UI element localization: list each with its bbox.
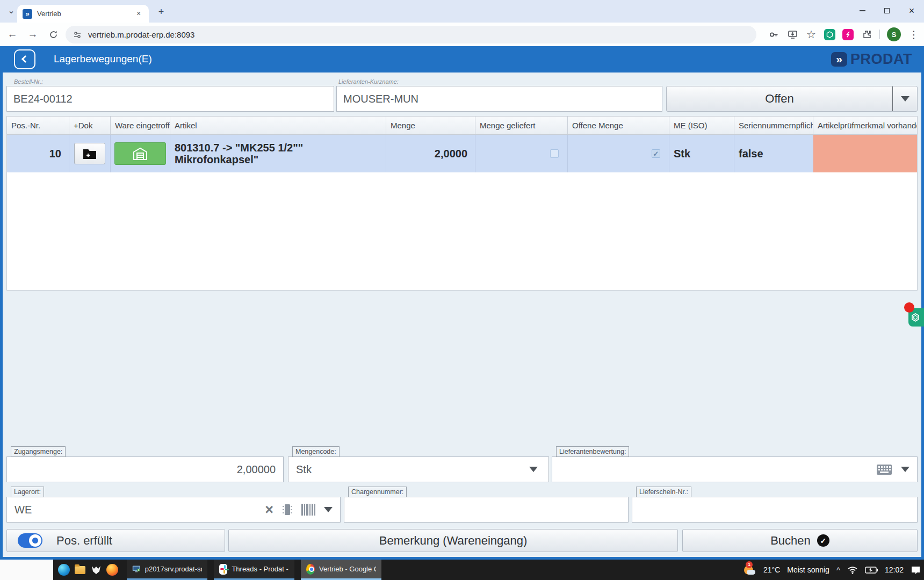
lieferschein-nr-label: Lieferschein-Nr.: bbox=[636, 487, 691, 497]
window-minimize-button[interactable] bbox=[850, 0, 875, 21]
taskbar-button-rdp[interactable]: p2017srv.prodat-sql.d... bbox=[127, 560, 207, 580]
buchen-button[interactable]: Buchen ✓ bbox=[682, 529, 918, 552]
pos-erfuellt-toggle[interactable] bbox=[18, 533, 42, 548]
weather-badge: 1 bbox=[746, 561, 753, 568]
lagerort-label: Lagerort: bbox=[11, 487, 44, 497]
browser-tab-vertrieb[interactable]: » Vertrieb × bbox=[17, 5, 149, 23]
chevron-down-icon[interactable] bbox=[324, 507, 333, 512]
app-header: Lagerbewegungen(E) » PRODAT bbox=[0, 46, 924, 73]
firefox-icon[interactable] bbox=[104, 560, 120, 580]
browser-menu-icon[interactable]: ⋮ bbox=[908, 28, 920, 40]
chargennummer-input[interactable] bbox=[344, 497, 629, 523]
extensions-puzzle-icon[interactable] bbox=[861, 28, 872, 40]
weather-temp[interactable]: 21°C bbox=[763, 566, 780, 574]
status-dropdown[interactable]: Offen bbox=[666, 86, 918, 112]
col-menge-geliefert[interactable]: Menge geliefert bbox=[475, 117, 568, 134]
col-seriennummernpflicht[interactable]: Seriennummernpflicht bbox=[734, 117, 813, 134]
col-ware-eingetroffen[interactable]: Ware eingetroffer bbox=[111, 117, 170, 134]
add-document-button[interactable] bbox=[74, 143, 105, 164]
bookmark-star-icon[interactable]: ☆ bbox=[805, 28, 817, 40]
table-row[interactable]: 10 bbox=[7, 135, 917, 172]
col-artikelpruefmerkmal[interactable]: Artikelprüfmerkmal vorhanden bbox=[813, 117, 917, 134]
back-icon[interactable]: ← bbox=[4, 26, 20, 42]
zugangsmenge-input[interactable]: 2,00000 bbox=[6, 456, 284, 482]
buchen-label: Buchen bbox=[770, 534, 811, 548]
site-settings-icon[interactable] bbox=[73, 31, 82, 39]
new-tab-button[interactable]: + bbox=[155, 5, 168, 18]
taskbar-button-chrome-active[interactable]: Vertrieb - Google Chr... bbox=[301, 560, 381, 580]
ware-eingetroffen-button[interactable] bbox=[114, 142, 166, 165]
col-artikel[interactable]: Artikel bbox=[170, 117, 386, 134]
windows-taskbar: p2017srv.prodat-sql.d... Threads - Proda… bbox=[0, 560, 924, 580]
clock[interactable]: 12:02 bbox=[885, 566, 904, 574]
url-bar[interactable]: vertrieb.m.prodat-erp.de:8093 bbox=[66, 26, 756, 44]
taskbar-button-slack[interactable]: Threads - Prodat - Sla... bbox=[214, 560, 294, 580]
cell-artikelpruefmerkmal bbox=[813, 135, 917, 172]
lieferant-label: Lieferanten-Kurzname: bbox=[338, 78, 399, 85]
weather-desc[interactable]: Meist sonnig bbox=[787, 566, 829, 574]
window-maximize-button[interactable] bbox=[875, 0, 899, 21]
frame-left bbox=[0, 73, 3, 560]
lieferschein-nr-input[interactable] bbox=[632, 497, 918, 523]
mengencode-label: Mengencode: bbox=[292, 446, 340, 457]
check-circle-icon: ✓ bbox=[817, 534, 829, 547]
col-me-iso[interactable]: ME (ISO) bbox=[669, 117, 734, 134]
clear-icon[interactable]: × bbox=[265, 504, 273, 515]
prodat-favicon-icon: » bbox=[23, 9, 32, 19]
chevron-down-icon[interactable] bbox=[529, 467, 538, 472]
lagerort-value: WE bbox=[15, 504, 32, 516]
slack-icon bbox=[219, 564, 227, 575]
folder-plus-icon bbox=[83, 148, 97, 160]
notification-dot bbox=[904, 302, 914, 313]
lieferantenbewertung-input[interactable] bbox=[552, 456, 918, 482]
cell-me-iso: Stk bbox=[669, 135, 734, 172]
table-header-row: Pos.-Nr. +Dok Ware eingetroffer Artikel … bbox=[7, 117, 917, 135]
battery-icon[interactable] bbox=[865, 567, 878, 574]
bemerkung-button[interactable]: Bemerkung (Wareneingang) bbox=[228, 529, 678, 552]
offene-menge-checkbox[interactable]: ✓ bbox=[652, 149, 660, 158]
window-close-button[interactable]: × bbox=[899, 0, 924, 21]
profile-avatar[interactable]: S bbox=[887, 27, 901, 41]
action-center-icon[interactable] bbox=[911, 566, 921, 575]
wifi-icon[interactable] bbox=[847, 566, 858, 574]
url-text: vertrieb.m.prodat-erp.de:8093 bbox=[88, 30, 194, 39]
bestell-nr-input[interactable]: BE24-00112 bbox=[6, 86, 334, 112]
col-menge[interactable]: Menge bbox=[386, 117, 475, 134]
extension-green-icon[interactable] bbox=[824, 29, 835, 40]
col-offene-menge[interactable]: Offene Menge bbox=[568, 117, 669, 134]
edge-icon[interactable] bbox=[56, 560, 72, 580]
mengencode-dropdown[interactable]: Stk bbox=[288, 456, 549, 482]
col-dok[interactable]: +Dok bbox=[69, 117, 111, 134]
prodat-logo-icon: » bbox=[831, 52, 847, 67]
hexagon-icon bbox=[911, 313, 920, 322]
cell-pos-nr: 10 bbox=[7, 135, 69, 172]
menge-geliefert-checkbox[interactable] bbox=[550, 149, 559, 158]
lagerort-input[interactable]: WE × bbox=[6, 497, 341, 523]
barcode-icon[interactable] bbox=[301, 504, 315, 516]
tab-close-icon[interactable]: × bbox=[134, 9, 143, 19]
reload-icon[interactable] bbox=[45, 26, 61, 42]
keyboard-icon[interactable] bbox=[876, 464, 892, 475]
install-app-icon[interactable] bbox=[786, 28, 798, 40]
extension-pink-icon[interactable] bbox=[842, 29, 854, 40]
lieferant-value: MOUSER-MUN bbox=[343, 93, 418, 105]
password-key-icon[interactable] bbox=[768, 28, 779, 40]
warehouse-icon bbox=[132, 147, 148, 161]
file-explorer-icon[interactable] bbox=[72, 560, 88, 580]
lieferant-input[interactable]: MOUSER-MUN bbox=[336, 86, 662, 112]
col-pos-nr[interactable]: Pos.-Nr. bbox=[7, 117, 69, 134]
chip-icon[interactable] bbox=[282, 503, 293, 517]
positions-table: Pos.-Nr. +Dok Ware eingetroffer Artikel … bbox=[6, 116, 918, 291]
cell-menge-geliefert bbox=[475, 135, 568, 172]
chevron-down-icon[interactable] bbox=[901, 467, 909, 472]
forward-icon[interactable]: → bbox=[25, 26, 41, 42]
tray-expand-icon[interactable]: ^ bbox=[836, 566, 840, 575]
weather-icon[interactable]: 1 bbox=[742, 563, 756, 576]
tab-search-chevron-icon[interactable]: ⌄ bbox=[5, 5, 17, 17]
status-dropdown-arrow[interactable] bbox=[892, 86, 917, 111]
chevron-down-icon bbox=[901, 96, 909, 102]
bestell-nr-label: Bestell-Nr.: bbox=[14, 78, 43, 85]
fox-app-icon[interactable] bbox=[88, 560, 104, 580]
app-back-button[interactable] bbox=[14, 49, 35, 69]
taskbar-search-box[interactable] bbox=[0, 560, 53, 580]
